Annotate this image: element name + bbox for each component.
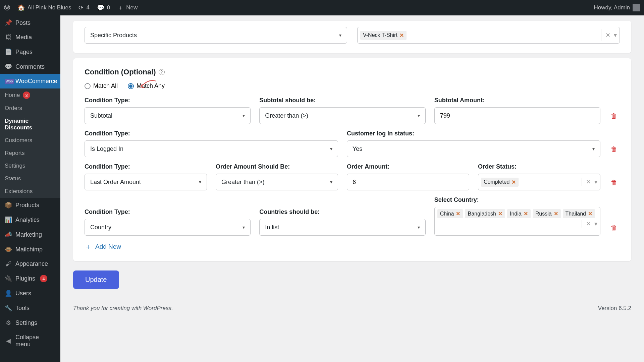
countries-operator-select[interactable]: In list▾ <box>259 219 425 236</box>
analytics-icon: 📊 <box>5 216 12 224</box>
clear-all-icon[interactable]: ✕ <box>586 220 591 228</box>
delete-row-button[interactable]: 🗑 <box>609 111 619 121</box>
order-amount-input[interactable] <box>347 174 469 190</box>
condition-type-select[interactable]: Country▾ <box>85 219 251 236</box>
update-button[interactable]: Update <box>73 270 119 289</box>
sidebar-item-settings[interactable]: ⚙Settings <box>0 315 60 330</box>
sidebar-item-marketing[interactable]: 📣Marketing <box>0 227 60 242</box>
tag: Bangladesh✕ <box>465 209 505 218</box>
chevron-down-icon: ▾ <box>418 113 420 118</box>
remove-tag-icon[interactable]: ✕ <box>512 179 516 185</box>
collapse-icon: ◀ <box>5 337 12 345</box>
count-badge: 3 <box>23 92 30 99</box>
sidebar-item-analytics[interactable]: 📊Analytics <box>0 213 60 227</box>
submenu-item-dynamic-discounts[interactable]: Dynamic Discounts <box>0 115 60 134</box>
footer: Thank you for creating with WordPress. V… <box>73 300 631 332</box>
field-label: Customer log in status: <box>347 130 600 137</box>
delete-row-button[interactable]: 🗑 <box>609 223 619 232</box>
remove-tag-icon[interactable]: ✕ <box>498 210 502 217</box>
posts-icon: 📌 <box>5 19 12 26</box>
sidebar-item-products[interactable]: 📦Products <box>0 198 60 213</box>
sidebar-item-label: Settings <box>15 319 37 326</box>
sidebar-item-label: WooCommerce <box>15 78 57 85</box>
chevron-down-icon[interactable]: ▾ <box>614 32 617 39</box>
delete-row-button[interactable]: 🗑 <box>609 178 619 187</box>
comments-link[interactable]: 💬 0 <box>97 4 110 11</box>
field-label: Condition Type: <box>85 130 338 137</box>
sidebar-item-woocommerce[interactable]: WooWooCommerce <box>0 74 60 88</box>
field-label: Order Status: <box>478 163 600 170</box>
help-icon[interactable]: ? <box>159 69 165 75</box>
sidebar-item-appearance[interactable]: 🖌Appearance <box>0 257 60 271</box>
chevron-down-icon: ▾ <box>592 146 595 152</box>
sidebar-item-plugins[interactable]: 🔌Plugins4 <box>0 271 60 286</box>
chevron-down-icon: ▾ <box>330 179 332 185</box>
tag: Completed✕ <box>481 178 519 187</box>
sidebar-item-comments[interactable]: 💬Comments <box>0 59 60 74</box>
sidebar-item-media[interactable]: 🖼Media <box>0 30 60 45</box>
sidebar-item-pages[interactable]: 📄Pages <box>0 45 60 59</box>
submenu-item-settings[interactable]: Settings <box>0 160 60 172</box>
products-card: Specific Products ▾ V-Neck T-Shirt✕ ✕ ▾ <box>73 21 631 53</box>
updates-count: 4 <box>86 4 89 11</box>
submenu-item-status[interactable]: Status <box>0 172 60 185</box>
comments-icon: 💬 <box>5 63 12 70</box>
field-label: Condition Type: <box>85 97 251 104</box>
submenu-item-reports[interactable]: Reports <box>0 147 60 160</box>
condition-type-select[interactable]: Is Logged In▾ <box>85 140 338 157</box>
countries-multiselect[interactable]: China✕Bangladesh✕India✕Russia✕Thailand✕ … <box>434 207 600 236</box>
match-all-radio[interactable]: Match All <box>85 82 118 89</box>
condition-type-select[interactable]: Subtotal▾ <box>85 107 251 124</box>
sidebar-item-tools[interactable]: 🔧Tools <box>0 301 60 315</box>
remove-tag-icon[interactable]: ✕ <box>588 210 592 217</box>
chevron-down-icon[interactable]: ▾ <box>594 178 597 186</box>
remove-tag-icon[interactable]: ✕ <box>524 210 528 217</box>
condition-row: Condition Type: Is Logged In▾ Customer l… <box>85 130 620 157</box>
subtotal-operator-select[interactable]: Greater than (>)▾ <box>259 107 425 124</box>
login-status-select[interactable]: Yes▾ <box>347 140 600 157</box>
chevron-down-icon: ▾ <box>243 113 245 118</box>
submenu-item-orders[interactable]: Orders <box>0 102 60 115</box>
sidebar-item-mailchimp[interactable]: 🐵Mailchimp <box>0 242 60 257</box>
remove-tag-icon[interactable]: ✕ <box>554 210 558 217</box>
count-badge: 4 <box>40 275 47 282</box>
howdy-link[interactable]: Howdy, Admin <box>594 4 640 11</box>
remove-tag-icon[interactable]: ✕ <box>456 210 460 217</box>
sidebar-item-posts[interactable]: 📌Posts <box>0 15 60 30</box>
chevron-down-icon[interactable]: ▾ <box>594 220 597 228</box>
tag: Thailand✕ <box>563 209 595 218</box>
match-any-radio[interactable]: Match Any <box>128 82 165 89</box>
product-scope-value: Specific Products <box>90 32 137 39</box>
media-icon: 🖼 <box>5 34 12 41</box>
subtotal-amount-input[interactable] <box>434 107 600 124</box>
sidebar-item-users[interactable]: 👤Users <box>0 286 60 301</box>
sidebar-item-collapse[interactable]: ◀Collapse menu <box>0 330 60 352</box>
order-status-multiselect[interactable]: Completed✕ ✕ ▾ <box>478 174 600 190</box>
clear-all-icon[interactable]: ✕ <box>605 32 610 39</box>
condition-row: Condition Type: Subtotal▾ Subtotal shoul… <box>85 97 620 124</box>
add-new-button[interactable]: ＋ Add New <box>85 242 620 252</box>
submenu-item-extensions[interactable]: Extensions <box>0 185 60 198</box>
footer-thanks: Thank you for creating with WordPress. <box>73 305 173 312</box>
remove-tag-icon[interactable]: ✕ <box>399 32 404 39</box>
field-label: Subtotal should be: <box>259 97 425 104</box>
submenu-item-home[interactable]: Home 3 <box>0 88 60 102</box>
condition-card: Condition (Optional) ? Match All Match A… <box>73 58 631 261</box>
submenu-item-customers[interactable]: Customers <box>0 134 60 147</box>
condition-row: Condition Type: Country▾ Countries shoul… <box>85 196 620 236</box>
new-content-link[interactable]: ＋ New <box>117 4 138 12</box>
clear-all-icon[interactable]: ✕ <box>586 178 591 186</box>
order-amount-operator-select[interactable]: Greater than (>)▾ <box>216 174 338 190</box>
sidebar-item-label: Analytics <box>15 217 40 224</box>
chevron-down-icon: ▾ <box>199 179 201 185</box>
delete-row-button[interactable]: 🗑 <box>609 144 619 154</box>
condition-type-select[interactable]: Last Order Amount▾ <box>85 174 207 190</box>
refresh-icon: ⟳ <box>78 4 84 11</box>
site-home-link[interactable]: 🏠 All Pink No Blues <box>17 4 71 11</box>
new-label: New <box>126 4 138 11</box>
updates-link[interactable]: ⟳ 4 <box>78 4 89 11</box>
plus-icon: ＋ <box>85 242 92 252</box>
products-multiselect[interactable]: V-Neck T-Shirt✕ ✕ ▾ <box>357 27 620 44</box>
wp-logo[interactable]: ⓦ <box>4 4 10 12</box>
product-scope-select[interactable]: Specific Products ▾ <box>85 27 347 44</box>
